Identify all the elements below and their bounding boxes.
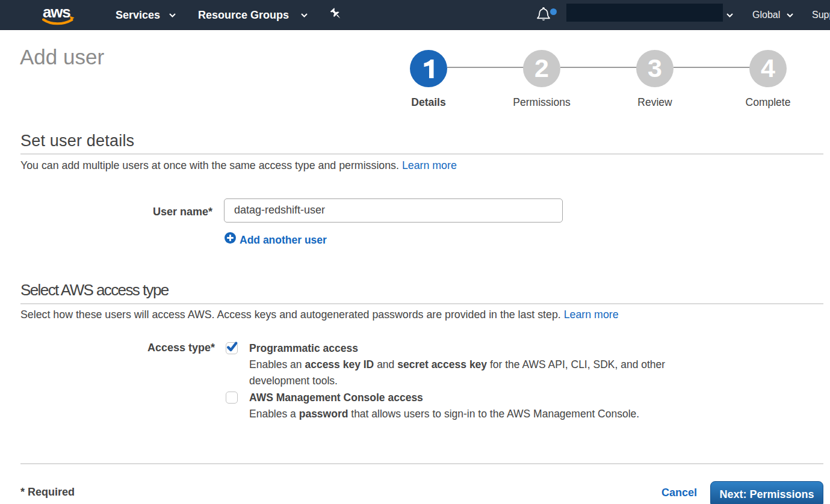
svg-text:aws: aws <box>43 4 70 21</box>
